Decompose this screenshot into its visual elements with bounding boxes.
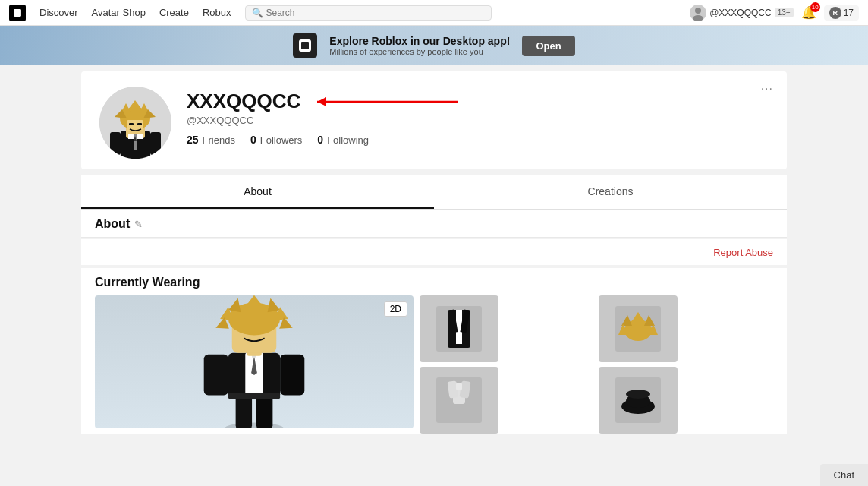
- svg-marker-39: [228, 298, 241, 313]
- svg-rect-0: [14, 9, 21, 17]
- followers-stat: 0 Followers: [250, 134, 302, 146]
- nav-robux[interactable]: Robux: [203, 7, 231, 18]
- profile-display-name: XXXQQQCC: [187, 90, 769, 113]
- notification-count: 10: [810, 2, 820, 12]
- edit-icon[interactable]: ✎: [134, 219, 143, 230]
- search-input[interactable]: [266, 8, 485, 18]
- report-abuse-link[interactable]: Report Abuse: [713, 247, 773, 258]
- banner-text-block: Explore Roblox in our Desktop app! Milli…: [329, 35, 510, 56]
- report-bar: Report Abuse: [81, 239, 787, 265]
- wearing-grid: 2D: [95, 295, 773, 434]
- open-desktop-button[interactable]: Open: [522, 36, 574, 56]
- friends-count: 25: [187, 134, 199, 146]
- following-stat: 0 Following: [317, 134, 369, 146]
- following-label[interactable]: Following: [327, 134, 369, 146]
- about-title: About: [95, 217, 130, 231]
- svg-marker-38: [244, 295, 264, 308]
- more-options-button[interactable]: ···: [761, 82, 773, 96]
- notifications-button[interactable]: 🔔 10: [801, 5, 816, 20]
- svg-rect-31: [204, 355, 228, 396]
- profile-stats: 25 Friends 0 Followers 0 Following: [187, 134, 769, 146]
- nav-discover[interactable]: Discover: [39, 7, 78, 18]
- profile-info-block: XXXQQQCC @XXXQQQCC 25 Friends 0 Follower…: [187, 87, 769, 146]
- profile-tabs: About Creations: [81, 175, 787, 210]
- banner-title: Explore Roblox in our Desktop app!: [329, 35, 510, 47]
- avatar-3d-preview: 2D: [95, 295, 414, 428]
- svg-rect-32: [280, 355, 304, 396]
- items-grid: [420, 295, 773, 434]
- svg-rect-62: [456, 383, 462, 390]
- wearing-item-pants[interactable]: [420, 367, 498, 434]
- toggle-2d-button[interactable]: 2D: [384, 301, 407, 317]
- svg-rect-4: [301, 42, 309, 49]
- desktop-app-banner: Explore Roblox in our Desktop app! Milli…: [0, 26, 868, 65]
- svg-rect-45: [228, 393, 280, 399]
- svg-point-1: [695, 8, 701, 14]
- profile-avatar: [99, 87, 171, 159]
- robux-button[interactable]: R 17: [824, 5, 859, 21]
- svg-marker-40: [268, 298, 281, 313]
- search-bar[interactable]: 🔍: [245, 5, 492, 21]
- robux-icon: R: [829, 7, 841, 19]
- top-navigation: Discover Avatar Shop Create Robux 🔍 @XXX…: [0, 0, 868, 26]
- svg-rect-16: [137, 123, 142, 125]
- svg-marker-23: [317, 97, 326, 106]
- tab-creations[interactable]: Creations: [434, 175, 787, 209]
- robux-count: 17: [844, 8, 854, 18]
- nav-right-section: @XXXQQQCC 13+ 🔔 10 R 17: [690, 5, 859, 21]
- red-arrow-annotation: [310, 91, 469, 112]
- followers-count: 0: [250, 134, 256, 146]
- profile-card: XXXQQQCC @XXXQQQCC 25 Friends 0 Follower…: [81, 71, 787, 169]
- avatar-3d-figure: [186, 295, 322, 428]
- wearing-item-shirt[interactable]: [420, 295, 498, 362]
- age-badge: 13+: [775, 8, 794, 17]
- friends-stat: 25 Friends: [187, 134, 235, 146]
- nav-avatar-shop[interactable]: Avatar Shop: [92, 7, 146, 18]
- user-profile-nav[interactable]: @XXXQQQCC 13+: [690, 5, 794, 21]
- svg-rect-15: [129, 123, 134, 125]
- currently-wearing-title: Currently Wearing: [95, 276, 773, 289]
- profile-header: XXXQQQCC @XXXQQQCC 25 Friends 0 Follower…: [99, 87, 769, 159]
- nav-user-avatar: [690, 5, 706, 21]
- svg-rect-26: [256, 395, 272, 428]
- chat-button[interactable]: Chat: [820, 464, 868, 486]
- following-count: 0: [317, 134, 323, 146]
- svg-rect-21: [150, 132, 161, 155]
- svg-rect-18: [134, 134, 137, 150]
- nav-create[interactable]: Create: [159, 7, 189, 18]
- svg-point-66: [626, 390, 650, 399]
- svg-rect-25: [236, 395, 252, 428]
- tab-about[interactable]: About: [81, 175, 434, 209]
- nav-username-label: @XXXQQQCC: [709, 8, 772, 18]
- content-area: About ✎ Report Abuse Currently Wearing: [81, 210, 787, 434]
- svg-point-24: [225, 422, 284, 428]
- svg-rect-20: [110, 132, 121, 155]
- wearing-item-hat[interactable]: [599, 367, 678, 434]
- wearing-item-hair[interactable]: [599, 295, 678, 362]
- banner-logo-icon: [293, 33, 317, 58]
- profile-handle: @XXXQQQCC: [187, 115, 769, 126]
- roblox-logo-icon[interactable]: [9, 5, 26, 21]
- followers-label[interactable]: Followers: [260, 134, 303, 146]
- nav-links: Discover Avatar Shop Create Robux: [39, 7, 231, 18]
- currently-wearing-section: Currently Wearing: [81, 268, 787, 434]
- friends-label[interactable]: Friends: [203, 134, 235, 146]
- banner-subtitle: Millions of experiences by people like y…: [329, 47, 510, 56]
- svg-point-2: [693, 15, 703, 21]
- search-icon: 🔍: [252, 8, 263, 18]
- about-header: About ✎: [81, 210, 787, 238]
